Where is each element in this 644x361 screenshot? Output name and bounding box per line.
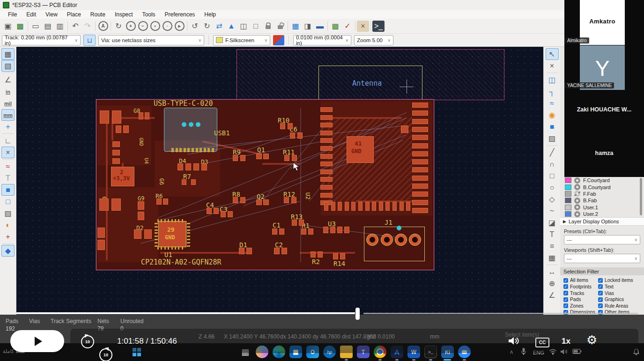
checkbox-checked-icon[interactable]: ✓ (563, 278, 568, 283)
eye-icon[interactable] (574, 177, 580, 184)
polar-coords-icon[interactable]: ∠ (1, 74, 15, 86)
filter-graphics[interactable]: ✓Graphics (598, 297, 644, 302)
rule-area-icon[interactable]: ▨ (546, 133, 559, 144)
ungroup-icon[interactable]: □ (250, 21, 262, 32)
route-tracks-icon[interactable]: ┐ (546, 86, 559, 97)
rotate-cw-icon[interactable]: ↻ (201, 21, 213, 32)
units-inches-icon[interactable]: in (1, 86, 15, 97)
eye-icon[interactable] (574, 204, 580, 210)
place-text-icon[interactable]: T (546, 228, 559, 240)
layer-row-b.fab[interactable]: B.Fab (560, 197, 644, 204)
select-tool-icon[interactable]: ↖ (546, 48, 559, 60)
page-settings-icon[interactable]: ▭ (30, 21, 42, 32)
table-icon[interactable]: ▦ (546, 252, 559, 264)
viewports-dropdown[interactable]: ---∨ (564, 254, 640, 263)
lock-icon[interactable] (262, 21, 274, 32)
grid-show-icon[interactable]: ▦ (1, 48, 15, 60)
draw-polygon-icon[interactable]: ◇ (546, 193, 559, 205)
board-setup-icon[interactable]: ▩ (14, 21, 26, 32)
group-icon[interactable]: ◫ (237, 21, 250, 32)
layer-row-f.fab[interactable]: F.Fab (560, 191, 644, 197)
checkbox-checked-icon[interactable]: ✓ (598, 284, 603, 289)
play-button[interactable] (10, 330, 64, 352)
update-footprints-icon[interactable]: ▩ (329, 21, 341, 32)
place-via-icon[interactable]: ◉ (546, 109, 559, 121)
via-size-button[interactable]: ⊔ (83, 35, 96, 46)
save-icon[interactable]: ▣ (2, 21, 14, 32)
layer-display-options[interactable]: ▶ Layer Display Options (560, 217, 644, 226)
draw-circle-icon[interactable]: ○ (546, 182, 559, 193)
zone-outline-icon[interactable]: □ (1, 196, 15, 207)
layer-pair-toggle-icon[interactable] (273, 35, 284, 45)
draw-arc-icon[interactable]: ∩ (546, 158, 559, 170)
checkbox-checked-icon[interactable]: ✓ (563, 303, 568, 308)
checkbox-checked-icon[interactable]: ✓ (598, 303, 603, 308)
zone-hide-icon[interactable]: ▨ (1, 207, 15, 219)
drc-check-icon[interactable]: ✓ (341, 21, 354, 32)
progress-bar-remaining[interactable] (363, 313, 638, 314)
plot-icon[interactable]: ▥ (54, 21, 66, 32)
checkbox-checked-icon[interactable]: ✓ (598, 291, 603, 295)
place-image-icon[interactable]: ◪ (546, 217, 559, 228)
captions-button[interactable]: CC (535, 338, 549, 347)
checkbox-checked-icon[interactable]: ✓ (563, 284, 568, 289)
draw-spline-icon[interactable]: ~ (546, 205, 559, 217)
filter-all-items[interactable]: ✓All items (563, 278, 598, 283)
checkbox-checked-icon[interactable]: ✓ (598, 278, 603, 283)
draw-zone-icon[interactable]: ■ (546, 121, 559, 133)
layer-row-user.2[interactable]: User.2 (560, 211, 644, 217)
place-footprint-icon[interactable]: ◫ (546, 74, 559, 86)
checkbox-checked-icon[interactable]: ✓ (563, 291, 568, 295)
net-colors-icon[interactable]: ≈ (1, 161, 15, 172)
layer-row-f.courtyard[interactable]: F.Courtyard (560, 177, 644, 184)
cursor-shape-icon[interactable]: + (1, 121, 15, 133)
playback-speed-button[interactable]: 1x (562, 337, 570, 346)
menu-edit[interactable]: Edit (22, 11, 40, 18)
zoom-fit-objects-icon[interactable]: ◦ (161, 21, 173, 32)
menu-preferences[interactable]: Preferences (161, 11, 200, 18)
draw-rect-icon[interactable]: □ (546, 170, 559, 182)
filter-vias[interactable]: ✓Vias (598, 291, 644, 296)
draw-line-icon[interactable]: ╱ (546, 147, 559, 158)
rotate-ccw-icon[interactable]: ↺ (189, 21, 201, 32)
highlight-net-icon[interactable]: × (357, 21, 369, 32)
refresh-view-icon[interactable]: ↻ (112, 21, 125, 32)
presets-dropdown[interactable]: ---∨ (564, 235, 640, 244)
filter-text[interactable]: ✓Text (598, 284, 644, 289)
flip-board-icon[interactable]: ⇄ (213, 21, 225, 32)
skip-forward-10-button[interactable]: 10 (99, 348, 112, 361)
layers-manager-icon[interactable]: ◆ (1, 245, 15, 257)
menu-view[interactable]: View (41, 11, 62, 18)
zoom-fit-icon[interactable]: ▪ (149, 21, 161, 32)
mirror-icon[interactable]: ▲ (225, 21, 237, 32)
update-pcb-from-schematic-icon[interactable]: ▦ (289, 21, 302, 32)
filter-zones[interactable]: ✓Zones (563, 303, 598, 309)
active-layer-dropdown[interactable]: F.Silkscreen∨ (213, 35, 270, 45)
zoom-out-icon[interactable]: − (137, 21, 149, 32)
dim-inactive-layers-icon[interactable]: ◐ (1, 219, 15, 231)
zone-fill-icon[interactable]: ■ (1, 184, 15, 196)
layer-row-b.courtyard[interactable]: B.Courtyard (560, 184, 644, 190)
measure-icon[interactable]: ∠ (546, 289, 559, 301)
origin-point-icon[interactable]: ⊕ (546, 278, 559, 289)
grid-overrides-icon[interactable]: ▧ (1, 60, 15, 72)
dimension-icon[interactable]: ↔ (546, 266, 559, 278)
pcb-canvas[interactable]: AntennaUSB-TYPE-C-020USB1R10C6R9Q1R11R7R… (16, 47, 543, 315)
ratsnest-show-icon[interactable]: ∟ (1, 135, 15, 147)
eye-icon[interactable] (574, 211, 580, 217)
progress-bar-played[interactable] (16, 312, 355, 314)
eye-icon[interactable] (574, 184, 580, 190)
grid-size-dropdown[interactable]: 0.0100 mm (0.0004 in)∨ (293, 35, 351, 45)
tune-length-icon[interactable]: ≈ (546, 97, 559, 109)
filter-pads[interactable]: ✓Pads (563, 297, 598, 302)
unlock-icon[interactable] (274, 21, 286, 32)
panel-scrollbar[interactable] (640, 178, 642, 215)
filter-rule-areas[interactable]: ✓Rule Areas (598, 303, 644, 309)
eye-icon[interactable] (574, 198, 580, 204)
checkbox-checked-icon[interactable]: ✓ (563, 297, 568, 302)
checkbox-checked-icon[interactable]: ✓ (598, 297, 603, 302)
find-icon[interactable]: A (97, 21, 109, 32)
scripting-console-icon[interactable]: >_ (372, 21, 385, 32)
progress-playhead[interactable] (355, 308, 360, 320)
skip-back-10-button[interactable]: 10 (81, 335, 94, 348)
